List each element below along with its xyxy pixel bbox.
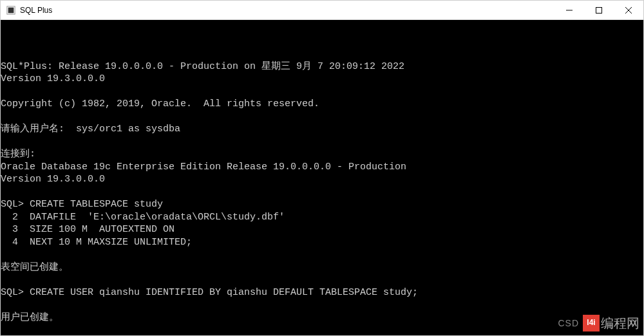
watermark: CSD l4i 编程网 bbox=[558, 315, 639, 331]
watermark-text: 编程网 bbox=[601, 315, 639, 331]
maximize-button[interactable] bbox=[584, 1, 614, 19]
terminal-area[interactable]: SQL*Plus: Release 19.0.0.0.0 - Productio… bbox=[1, 20, 643, 335]
window-title: SQL Plus bbox=[20, 6, 52, 15]
titlebar[interactable]: SQL Plus bbox=[1, 1, 643, 20]
watermark-prefix: CSD bbox=[558, 317, 579, 329]
app-window: SQL Plus SQL*Plus: Release 19.0.0.0.0 - … bbox=[0, 0, 644, 336]
svg-rect-1 bbox=[8, 7, 14, 13]
titlebar-left: SQL Plus bbox=[1, 5, 52, 15]
minimize-button[interactable] bbox=[554, 1, 584, 19]
watermark-logo: l4i bbox=[583, 315, 600, 331]
close-button[interactable] bbox=[614, 1, 643, 19]
app-icon bbox=[6, 5, 16, 15]
terminal-output: SQL*Plus: Release 19.0.0.0.0 - Productio… bbox=[1, 48, 643, 335]
svg-rect-3 bbox=[596, 7, 602, 13]
window-controls bbox=[554, 1, 643, 19]
